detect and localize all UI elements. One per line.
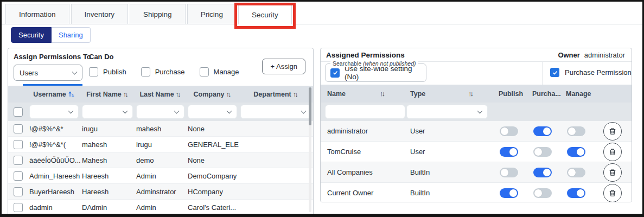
delete-permission-button[interactable] xyxy=(603,143,622,161)
company-cell: GENERAL_ELE... xyxy=(186,141,239,149)
purchase-toggle[interactable] xyxy=(533,188,552,198)
permissions-filter-row xyxy=(321,103,632,121)
tab-information[interactable]: Information xyxy=(5,4,69,24)
purchase-checkbox-label: Purchase xyxy=(155,68,185,76)
last-name-filter-select[interactable] xyxy=(136,105,184,119)
column-department[interactable]: Department↑↓ xyxy=(239,86,313,103)
purchase-checkbox[interactable] xyxy=(141,67,150,76)
tab-inventory[interactable]: Inventory xyxy=(71,4,129,24)
product-security-screen: Information Inventory Shipping Pricing S… xyxy=(0,0,644,217)
column-first-name[interactable]: First Name↑↓ xyxy=(80,86,135,103)
tab-pricing[interactable]: Pricing xyxy=(187,4,237,24)
trash-icon xyxy=(609,127,616,135)
column-company[interactable]: Company↑↓ xyxy=(186,86,239,103)
first-name-filter-select[interactable] xyxy=(82,105,133,119)
trash-icon xyxy=(609,189,616,197)
security-subtabs: Security Sharing xyxy=(11,27,91,43)
column-username[interactable]: Username xyxy=(28,86,80,103)
purchase-toggle[interactable] xyxy=(533,168,552,177)
type-cell: User xyxy=(404,127,492,135)
can-do-label: Can Do xyxy=(89,53,249,61)
column-manage: Manage xyxy=(559,85,593,103)
manage-toggle[interactable] xyxy=(567,168,585,177)
type-filter-select[interactable] xyxy=(406,105,488,119)
row-checkbox[interactable] xyxy=(14,124,23,133)
assigned-permissions-panel: Assigned Permissions Owner administrator… xyxy=(320,48,632,202)
site-wide-setting-label: Use site-wide setting (No) xyxy=(345,65,426,81)
publish-toggle[interactable] xyxy=(500,126,518,136)
column-name[interactable]: Name↑↓ xyxy=(321,85,404,103)
sort-icon: ↑↓ xyxy=(176,90,181,98)
scrollbar-thumb[interactable] xyxy=(309,87,311,125)
department-filter-select[interactable] xyxy=(240,105,311,119)
assigned-permissions-title: Assigned Permissions xyxy=(326,51,405,59)
row-checkbox[interactable] xyxy=(14,171,23,181)
screenshot-border xyxy=(0,214,644,217)
manage-checkbox[interactable] xyxy=(200,67,209,76)
name-cell: administrator xyxy=(321,127,404,135)
table-row[interactable]: BuyerHareesh Hareesh Adminstrator HCompa… xyxy=(8,184,313,200)
manage-toggle[interactable] xyxy=(567,188,585,198)
table-row[interactable]: dadmin DAdmin Admin Carol's Cateri... xyxy=(8,200,313,214)
chevron-down-icon xyxy=(227,108,232,114)
column-actions xyxy=(593,85,632,103)
toolbar-divider xyxy=(542,62,543,85)
sort-icon: ↑↓ xyxy=(226,90,231,98)
row-checkbox[interactable] xyxy=(14,203,23,212)
delete-permission-button[interactable] xyxy=(603,184,622,202)
tab-shipping[interactable]: Shipping xyxy=(130,4,186,24)
table-row[interactable]: àáèéÍóŐůûŰO... Mahesh demo None xyxy=(8,152,313,168)
last-name-cell: Adminstrator xyxy=(135,188,186,196)
name-filter-input[interactable] xyxy=(325,105,405,119)
first-name-cell: mahesh xyxy=(80,141,135,149)
sort-icon: ↑↓ xyxy=(468,90,474,98)
name-cell: Current Owner xyxy=(321,189,404,197)
username-filter-select[interactable] xyxy=(29,105,79,119)
purchase-toggle[interactable] xyxy=(533,126,552,136)
publish-toggle[interactable] xyxy=(500,168,518,177)
row-checkbox[interactable] xyxy=(14,140,23,149)
assign-button[interactable]: + Assign xyxy=(262,59,305,74)
last-name-cell: Admin xyxy=(135,172,186,180)
table-row: Current Owner BuiltIn xyxy=(321,183,632,202)
column-last-name[interactable]: Last Name↑↓ xyxy=(135,86,186,103)
purchase-permission-checkbox[interactable] xyxy=(550,68,559,77)
first-name-cell: Hareesh xyxy=(80,172,135,180)
delete-permission-button[interactable] xyxy=(603,122,622,141)
subtab-security[interactable]: Security xyxy=(11,27,52,43)
assign-to-select[interactable]: Users xyxy=(14,65,82,81)
select-all-checkbox[interactable] xyxy=(14,107,23,117)
site-wide-setting-checkbox[interactable] xyxy=(330,68,340,78)
company-filter-select[interactable] xyxy=(188,105,237,119)
publish-checkbox[interactable] xyxy=(89,67,98,76)
publish-toggle[interactable] xyxy=(500,147,518,157)
table-row[interactable]: !@#$%^&* irugu mahesh None xyxy=(8,121,313,137)
row-checkbox[interactable] xyxy=(14,187,23,196)
screenshot-border xyxy=(0,0,644,2)
manage-toggle[interactable] xyxy=(567,126,585,136)
publish-toggle[interactable] xyxy=(500,188,518,198)
sort-icon: ↑↓ xyxy=(380,90,385,98)
name-cell: TomCruise xyxy=(321,148,404,156)
type-cell: BuiltIn xyxy=(404,189,492,197)
chevron-down-icon xyxy=(123,108,128,114)
subtab-sharing[interactable]: Sharing xyxy=(52,27,91,43)
owner-value: administrator xyxy=(584,51,625,59)
table-row[interactable]: Admin_Hareesh Hareesh Admin DemoCompany xyxy=(8,168,313,184)
row-checkbox[interactable] xyxy=(14,156,23,165)
blue-indicator-bar xyxy=(23,84,82,86)
tab-security[interactable]: Security xyxy=(238,4,292,24)
purchase-toggle[interactable] xyxy=(533,147,552,157)
last-name-cell: demo xyxy=(135,156,186,164)
column-type[interactable]: Type↑↓ xyxy=(404,85,492,103)
username-cell: BuyerHareesh xyxy=(28,188,80,196)
users-table-scrollbar xyxy=(309,87,311,212)
username-cell: !@#$%^&* xyxy=(28,125,80,133)
manage-toggle[interactable] xyxy=(567,147,585,157)
delete-permission-button[interactable] xyxy=(603,163,622,182)
searchable-legend-note: (when not published) xyxy=(363,60,416,67)
company-cell: Carol's Cateri... xyxy=(186,203,239,212)
permissions-table-body: administrator User TomCruise User All Co… xyxy=(321,121,632,202)
table-row[interactable]: !@#$%^&*( mahesh irugu GENERAL_ELE... xyxy=(8,137,313,152)
chevron-down-icon xyxy=(477,108,483,114)
